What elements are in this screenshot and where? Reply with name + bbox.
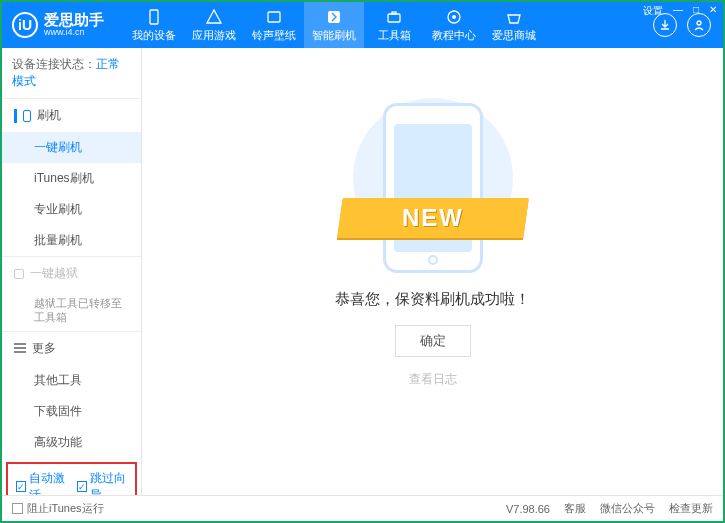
toolbox-icon (385, 8, 403, 26)
section-title: 刷机 (37, 107, 61, 124)
phone-icon (23, 110, 31, 122)
maximize-button[interactable]: □ (691, 4, 701, 18)
wallpaper-icon (265, 8, 283, 26)
jailbreak-note: 越狱工具已转移至工具箱 (2, 290, 141, 331)
store-icon (505, 8, 523, 26)
checkbox-icon: ✓ (16, 481, 26, 492)
titlebar: 设置 — □ ✕ iU 爱思助手 www.i4.cn 我的设备 应用游戏 铃声壁 (2, 2, 723, 48)
checkbox-label: 自动激活 (29, 470, 67, 495)
window-controls: 设置 — □ ✕ (641, 4, 719, 18)
checkbox-skip-guide[interactable]: ✓ 跳过向导 (77, 470, 128, 495)
phone-illustration: NEW (358, 88, 508, 268)
nav-apps-games[interactable]: 应用游戏 (184, 2, 244, 48)
lock-icon (14, 269, 24, 279)
nav-tutorials[interactable]: 教程中心 (424, 2, 484, 48)
success-message: 恭喜您，保资料刷机成功啦！ (335, 290, 530, 309)
sidebar-item-other-tools[interactable]: 其他工具 (2, 365, 141, 396)
sidebar-item-advanced[interactable]: 高级功能 (2, 427, 141, 458)
checkbox-icon (12, 503, 23, 514)
svg-rect-3 (388, 14, 400, 22)
app-url: www.i4.cn (44, 28, 104, 38)
svg-rect-1 (268, 12, 280, 22)
main-panel: NEW 恭喜您，保资料刷机成功啦！ 确定 查看日志 (142, 48, 723, 495)
nav-my-device[interactable]: 我的设备 (124, 2, 184, 48)
confirm-button[interactable]: 确定 (395, 325, 471, 357)
sidebar-item-batch-flash[interactable]: 批量刷机 (2, 225, 141, 256)
close-button[interactable]: ✕ (707, 4, 719, 18)
tutorial-icon (445, 8, 463, 26)
sidebar-item-pro-flash[interactable]: 专业刷机 (2, 194, 141, 225)
section-title: 一键越狱 (30, 265, 78, 282)
nav-label: 爱思商城 (492, 28, 536, 43)
svg-rect-2 (328, 11, 340, 23)
content: 设备连接状态：正常模式 刷机 一键刷机 iTunes刷机 专业刷机 批量刷机 一… (2, 48, 723, 495)
checkbox-label: 阻止iTunes运行 (27, 501, 104, 516)
checkbox-icon: ✓ (77, 481, 87, 492)
section-more: 更多 其他工具 下载固件 高级功能 (2, 331, 141, 458)
view-log-link[interactable]: 查看日志 (409, 371, 457, 388)
wechat-link[interactable]: 微信公众号 (600, 501, 655, 516)
nav-label: 铃声壁纸 (252, 28, 296, 43)
sidebar-item-one-click-flash[interactable]: 一键刷机 (2, 132, 141, 163)
checkbox-label: 跳过向导 (90, 470, 128, 495)
hamburger-icon (14, 343, 26, 353)
accent-bar (14, 109, 17, 123)
svg-point-7 (697, 21, 701, 25)
check-update-link[interactable]: 检查更新 (669, 501, 713, 516)
section-header-jailbreak: 一键越狱 (2, 257, 141, 290)
svg-point-6 (452, 15, 456, 19)
app-title: 爱思助手 (44, 12, 104, 29)
checkbox-auto-activate[interactable]: ✓ 自动激活 (16, 470, 67, 495)
nav-label: 应用游戏 (192, 28, 236, 43)
sidebar-item-download-firmware[interactable]: 下载固件 (2, 396, 141, 427)
app-window: 设置 — □ ✕ iU 爱思助手 www.i4.cn 我的设备 应用游戏 铃声壁 (0, 0, 725, 523)
nav-label: 智能刷机 (312, 28, 356, 43)
main-nav: 我的设备 应用游戏 铃声壁纸 智能刷机 工具箱 教程中心 (124, 2, 641, 48)
nav-store[interactable]: 爱思商城 (484, 2, 544, 48)
nav-label: 教程中心 (432, 28, 476, 43)
section-header-more[interactable]: 更多 (2, 332, 141, 365)
device-status: 设备连接状态：正常模式 (2, 48, 141, 98)
footer: 阻止iTunes运行 V7.98.66 客服 微信公众号 检查更新 (2, 495, 723, 521)
section-header-flash[interactable]: 刷机 (2, 99, 141, 132)
version-label: V7.98.66 (506, 503, 550, 515)
new-banner: NEW (337, 198, 529, 238)
device-icon (145, 8, 163, 26)
support-link[interactable]: 客服 (564, 501, 586, 516)
checkbox-block-itunes[interactable]: 阻止iTunes运行 (12, 501, 104, 516)
svg-rect-0 (150, 10, 158, 24)
flash-icon (325, 8, 343, 26)
status-label: 设备连接状态： (12, 57, 96, 71)
sidebar: 设备连接状态：正常模式 刷机 一键刷机 iTunes刷机 专业刷机 批量刷机 一… (2, 48, 142, 495)
sidebar-item-itunes-flash[interactable]: iTunes刷机 (2, 163, 141, 194)
nav-smart-flash[interactable]: 智能刷机 (304, 2, 364, 48)
section-jailbreak: 一键越狱 越狱工具已转移至工具箱 (2, 256, 141, 331)
settings-button[interactable]: 设置 (641, 4, 665, 18)
nav-label: 工具箱 (378, 28, 411, 43)
section-flash: 刷机 一键刷机 iTunes刷机 专业刷机 批量刷机 (2, 98, 141, 256)
nav-ringtone-wallpaper[interactable]: 铃声壁纸 (244, 2, 304, 48)
section-title: 更多 (32, 340, 56, 357)
options-row: ✓ 自动激活 ✓ 跳过向导 (6, 462, 137, 495)
nav-label: 我的设备 (132, 28, 176, 43)
new-label: NEW (402, 204, 464, 232)
logo: iU 爱思助手 www.i4.cn (2, 12, 114, 38)
logo-icon: iU (12, 12, 38, 38)
minimize-button[interactable]: — (671, 4, 685, 18)
svg-rect-4 (392, 12, 396, 14)
apps-icon (205, 8, 223, 26)
nav-toolbox[interactable]: 工具箱 (364, 2, 424, 48)
